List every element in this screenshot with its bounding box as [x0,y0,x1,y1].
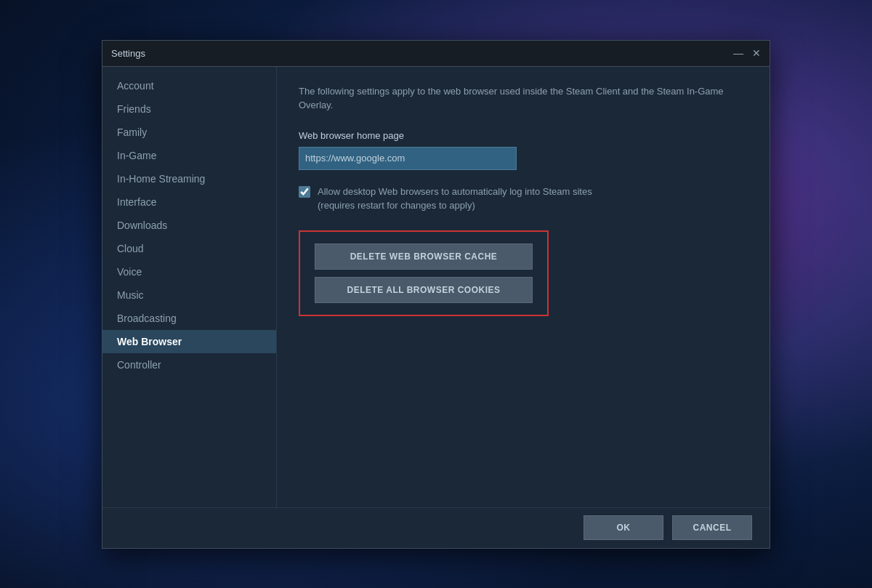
sidebar: Account Friends Family In-Game In-Home S… [102,67,277,507]
minimize-button[interactable]: — [733,48,743,58]
delete-cache-button[interactable]: DELETE WEB BROWSER CACHE [315,243,533,270]
cancel-button[interactable]: CANCEL [672,515,752,540]
dialog-footer: OK CANCEL [102,507,770,548]
sidebar-item-account[interactable]: Account [102,74,276,97]
sidebar-item-music[interactable]: Music [102,283,276,307]
ok-button[interactable]: OK [584,515,663,540]
homepage-label: Web browser home page [299,130,748,141]
content-description: The following settings apply to the web … [299,84,748,113]
sidebar-item-family[interactable]: Family [102,121,276,144]
sidebar-item-cloud[interactable]: Cloud [102,237,276,260]
title-bar: Settings — ✕ [102,41,770,67]
auto-login-label: Allow desktop Web browsers to automatica… [318,185,592,213]
checkbox-row: Allow desktop Web browsers to automatica… [299,185,748,213]
sidebar-item-friends[interactable]: Friends [102,97,276,121]
sidebar-item-web-browser[interactable]: Web Browser [102,330,276,353]
sidebar-item-broadcasting[interactable]: Broadcasting [102,307,276,330]
title-bar-controls: — ✕ [733,48,761,58]
action-buttons-container: DELETE WEB BROWSER CACHE DELETE ALL BROW… [299,230,549,316]
dialog-overlay: Settings — ✕ Account Friends Family In-G… [0,0,872,588]
sidebar-item-downloads[interactable]: Downloads [102,214,276,237]
dialog-body: Account Friends Family In-Game In-Home S… [102,67,770,507]
sidebar-item-interface[interactable]: Interface [102,190,276,214]
sidebar-item-controller[interactable]: Controller [102,353,276,376]
close-button[interactable]: ✕ [752,48,761,58]
sidebar-item-voice[interactable]: Voice [102,260,276,283]
dialog-title: Settings [111,48,145,59]
auto-login-checkbox-wrapper[interactable] [299,186,310,201]
sidebar-item-in-game[interactable]: In-Game [102,144,276,167]
content-area: The following settings apply to the web … [277,67,770,507]
homepage-input[interactable] [299,147,517,170]
delete-cookies-button[interactable]: DELETE ALL BROWSER COOKIES [315,277,533,303]
auto-login-checkbox[interactable] [299,186,310,198]
sidebar-item-in-home-streaming[interactable]: In-Home Streaming [102,167,276,190]
settings-dialog: Settings — ✕ Account Friends Family In-G… [102,40,770,549]
